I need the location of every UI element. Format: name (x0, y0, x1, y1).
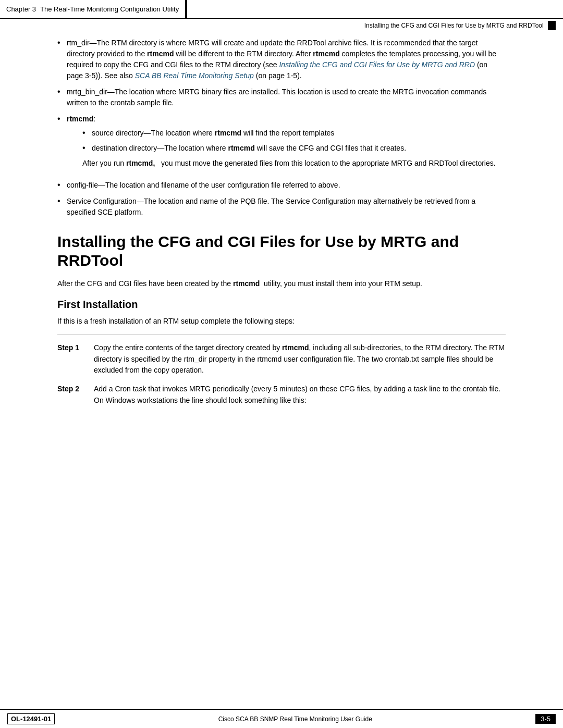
page-footer: OL-12491-01 Cisco SCA BB SNMP Real Time … (0, 709, 563, 728)
step-1: Step 1 Copy the entire contents of the t… (57, 342, 506, 376)
step-2-content: Add a Cron task that invokes MRTG period… (94, 384, 506, 406)
sub-bullet-dot-2: • (82, 144, 92, 152)
section-heading: Installing the CFG and CGI Files for Use… (57, 232, 506, 270)
rtmcmd-label: rtmcmd (67, 115, 93, 123)
step-2-label: Step 2 (57, 384, 94, 395)
sub-dest-text: destination directory—The location where… (92, 143, 506, 154)
subsection-intro: If this is a fresh installation of an RT… (57, 316, 506, 327)
link-installing-cfg[interactable]: Installing the CFG and CGI Files for Use… (279, 60, 475, 69)
bullet-rtmcmd-text: rtmcmd: • source directory—The location … (67, 114, 506, 175)
bullet-service-text: Service Configuration—The location and n… (67, 196, 506, 218)
rtmcmd-bullet-list: • rtmcmd: • source directory—The locatio… (57, 114, 506, 175)
running-title: Installing the CFG and CGI Files for Use… (364, 22, 544, 29)
footer-page-num: 3-5 (535, 714, 556, 724)
sub-bullet-dest-dir: • destination directory—The location whe… (67, 143, 506, 154)
step-separator (57, 335, 506, 335)
footer-doc-id: OL-12491-01 (7, 713, 55, 724)
step-1-content: Copy the entire contents of the target d… (94, 342, 506, 376)
bullet-dot-service: • (57, 197, 67, 205)
sub-bullet-source-dir: • source directory—The location where rt… (67, 128, 506, 139)
main-content: • rtm_dir—The RTM directory is where MRT… (0, 30, 563, 424)
chapter-title: The Real-Time Monitoring Configuration U… (40, 5, 179, 13)
rtmcmd-after-text: After you run rtmcmd, you must move the … (82, 158, 506, 169)
bullet-dot-rtmcmd: • (57, 115, 67, 123)
running-header: Installing the CFG and CGI Files for Use… (0, 19, 563, 30)
rtmcmd-sub-list: • source directory—The location where rt… (67, 128, 506, 154)
bullet-dot: • (57, 39, 67, 47)
bullet-rtm-dir-text: rtm_dir—The RTM directory is where MRTG … (67, 38, 506, 81)
bullet-rtmcmd: • rtmcmd: • source directory—The locatio… (57, 114, 506, 175)
step-2: Step 2 Add a Cron task that invokes MRTG… (57, 384, 506, 406)
link-sca-bb-rtm[interactable]: SCA BB Real Time Monitoring Setup (135, 71, 254, 80)
sub-source-text: source directory—The location where rtmc… (92, 128, 506, 139)
bullet-dot-config: • (57, 181, 67, 189)
footer-guide-title: Cisco SCA BB SNMP Real Time Monitoring U… (55, 715, 535, 723)
subsection-heading: First Installation (57, 299, 506, 311)
more-bullets: • config-file—The location and filename … (57, 180, 506, 218)
steps-list: Step 1 Copy the entire contents of the t… (57, 342, 506, 406)
intro-bullet-list: • rtm_dir—The RTM directory is where MRT… (57, 38, 506, 108)
bullet-dot-2: • (57, 88, 67, 96)
bullet-service-config: • Service Configuration—The location and… (57, 196, 506, 218)
running-header-box (548, 21, 556, 30)
section-intro: After the CFG and CGI files have been cr… (57, 278, 506, 290)
step-1-label: Step 1 (57, 342, 94, 354)
bullet-mrtg-bin-text: mrtg_bin_dir—The location where MRTG bin… (67, 87, 506, 108)
bullet-config-text: config-file—The location and filename of… (67, 180, 506, 191)
bullet-rtm-dir: • rtm_dir—The RTM directory is where MRT… (57, 38, 506, 81)
chapter-number: Chapter 3 (6, 5, 36, 13)
bullet-config-file: • config-file—The location and filename … (57, 180, 506, 191)
bullet-mrtg-bin-dir: • mrtg_bin_dir—The location where MRTG b… (57, 87, 506, 108)
sub-bullet-dot-1: • (82, 129, 92, 137)
header-chapter: Chapter 3 The Real-Time Monitoring Confi… (0, 0, 187, 18)
page-header: Chapter 3 The Real-Time Monitoring Confi… (0, 0, 563, 19)
